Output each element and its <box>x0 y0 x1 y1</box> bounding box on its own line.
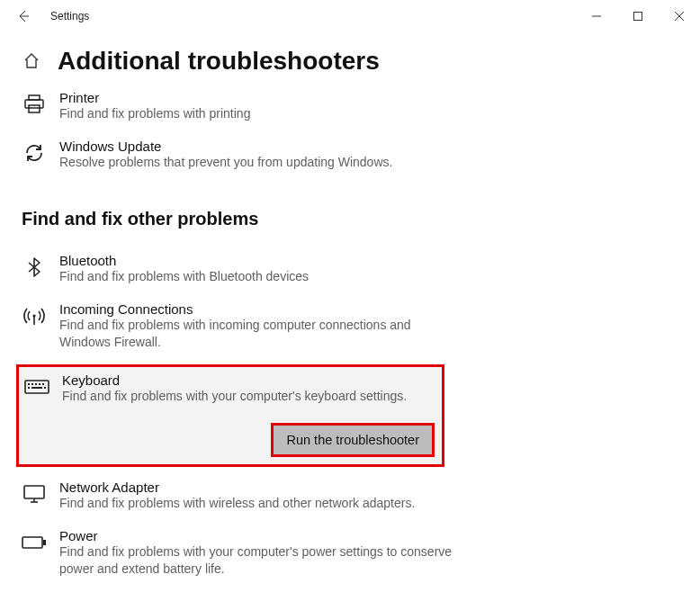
run-troubleshooter-button[interactable]: Run the troubleshooter <box>271 423 435 457</box>
troubleshooter-incoming-connections[interactable]: Incoming Connections Find and fix proble… <box>22 294 678 360</box>
section-title: Find and fix other problems <box>22 209 678 229</box>
troubleshooter-bluetooth[interactable]: Bluetooth Find and fix problems with Blu… <box>22 246 678 294</box>
svg-rect-22 <box>22 537 42 548</box>
svg-rect-23 <box>43 540 46 545</box>
home-icon[interactable] <box>22 51 41 71</box>
window-title: Settings <box>50 10 89 22</box>
page-title: Additional troubleshooters <box>58 47 380 76</box>
svg-rect-7 <box>29 105 40 112</box>
update-icon <box>22 140 47 166</box>
item-title: Keyboard <box>62 372 407 388</box>
bluetooth-icon <box>22 255 47 280</box>
svg-rect-14 <box>39 383 40 385</box>
antenna-icon <box>22 303 47 328</box>
svg-rect-11 <box>28 383 30 385</box>
close-button[interactable] <box>659 3 700 30</box>
minimize-button[interactable] <box>576 3 617 30</box>
svg-rect-6 <box>25 100 43 108</box>
svg-rect-2 <box>634 13 642 21</box>
item-desc: Find and fix problems with your computer… <box>59 543 455 578</box>
item-title: Bluetooth <box>59 253 309 268</box>
item-desc: Find and fix problems with incoming comp… <box>59 317 455 351</box>
svg-rect-16 <box>28 387 30 389</box>
maximize-button[interactable] <box>617 3 659 30</box>
item-desc: Resolve problems that prevent you from u… <box>59 154 392 171</box>
battery-icon <box>22 530 47 555</box>
svg-rect-18 <box>44 387 46 389</box>
svg-rect-17 <box>31 387 42 389</box>
troubleshooter-keyboard-selected: Keyboard Find and fix problems with your… <box>16 364 444 467</box>
item-title: Incoming Connections <box>59 301 455 317</box>
item-desc: Find and fix problems with printing <box>59 105 250 122</box>
troubleshooter-windows-update[interactable]: Windows Update Resolve problems that pre… <box>22 131 678 180</box>
item-desc: Find and fix problems with your computer… <box>62 388 407 405</box>
item-desc: Find and fix problems with Bluetooth dev… <box>59 268 309 285</box>
troubleshooter-power[interactable]: Power Find and fix problems with your co… <box>22 521 678 587</box>
svg-rect-19 <box>24 486 44 498</box>
keyboard-icon <box>24 374 49 399</box>
svg-rect-13 <box>35 383 37 385</box>
troubleshooter-network-adapter[interactable]: Network Adapter Find and fix problems wi… <box>22 472 678 521</box>
monitor-icon <box>22 481 47 507</box>
item-title: Power <box>59 528 455 543</box>
item-title: Printer <box>59 90 250 105</box>
svg-rect-12 <box>31 383 33 385</box>
troubleshooter-keyboard[interactable]: Keyboard Find and fix problems with your… <box>24 372 435 405</box>
item-title: Windows Update <box>59 139 392 154</box>
item-desc: Find and fix problems with wireless and … <box>59 495 415 512</box>
svg-rect-15 <box>42 383 44 385</box>
back-button[interactable] <box>16 9 31 23</box>
printer-icon <box>22 92 47 117</box>
item-title: Network Adapter <box>59 480 415 495</box>
troubleshooter-printer[interactable]: Printer Find and fix problems with print… <box>22 83 678 131</box>
